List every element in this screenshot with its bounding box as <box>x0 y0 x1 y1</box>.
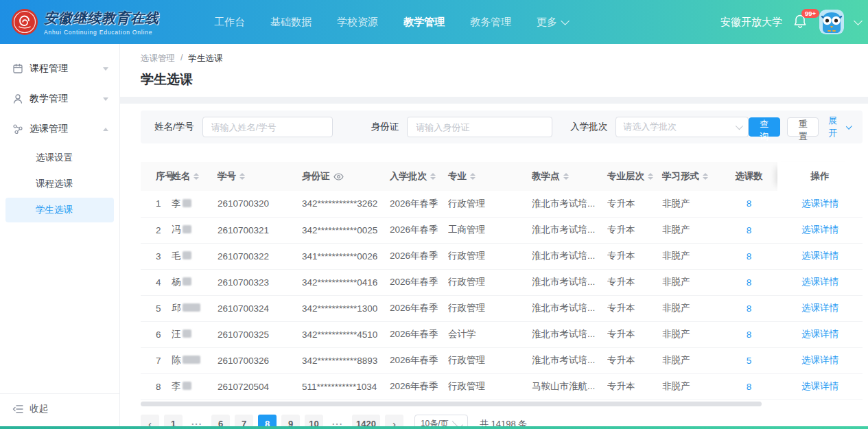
cell-batch: 2026年春季 <box>390 347 448 373</box>
header-right-cluster: 安徽开放大学 99+ <box>720 10 861 34</box>
sidebar-item-teaching-management[interactable]: 教学管理 <box>0 84 119 114</box>
sidebar-item-selection-settings[interactable]: 选课设置 <box>5 146 114 170</box>
nav-item-teaching-management[interactable]: 教学管理 <box>403 16 445 29</box>
course-count-link[interactable]: 8 <box>747 382 752 392</box>
course-detail-link[interactable]: 选课详情 <box>801 381 838 391</box>
page-number-button[interactable]: 7 <box>235 415 253 427</box>
course-count-link[interactable]: 8 <box>747 277 752 288</box>
col-index: 序号 <box>141 162 172 191</box>
course-detail-link[interactable]: 选课详情 <box>801 251 838 261</box>
main-content: 选课管理 / 学生选课 学生选课 姓名/学号 身份证 入学批次 请选入学批次 查 <box>120 44 868 426</box>
cell-batch: 2026年春季 <box>390 321 448 347</box>
page-number-button[interactable]: 10 <box>305 415 323 427</box>
page-number-button[interactable]: ··· <box>187 415 207 427</box>
sort-icon[interactable] <box>430 173 436 180</box>
nav-item-academic-management[interactable]: 教务管理 <box>470 16 511 29</box>
cell-name: 毛 <box>172 243 218 269</box>
name-search-input[interactable] <box>202 117 333 137</box>
course-count-link[interactable]: 8 <box>747 251 752 262</box>
col-major[interactable]: 专业 <box>448 162 532 191</box>
sort-icon[interactable] <box>239 173 245 180</box>
cell-student-id: 2610720504 <box>218 373 302 399</box>
sort-icon[interactable] <box>193 173 199 180</box>
horizontal-scrollbar[interactable] <box>141 402 863 406</box>
chevron-down-icon <box>451 417 462 426</box>
course-count-link[interactable]: 8 <box>747 198 752 209</box>
cell-name: 李 <box>172 373 218 399</box>
cell-student-id: 2610700325 <box>218 321 302 347</box>
nav-item-workbench[interactable]: 工作台 <box>214 16 245 29</box>
sidebar-item-course-selection-management[interactable]: 选课管理 <box>0 114 119 144</box>
course-detail-link[interactable]: 选课详情 <box>801 355 838 365</box>
redacted-name-block <box>183 356 200 364</box>
page-number-button[interactable]: 1 <box>164 415 183 427</box>
cell-name: 汪 <box>172 321 218 347</box>
scrollbar-thumb[interactable] <box>141 402 762 406</box>
nav-item-basic-data[interactable]: 基础数据 <box>270 16 312 29</box>
sort-icon[interactable] <box>470 173 476 180</box>
cell-site: 淮北市考试培... <box>532 321 607 347</box>
nav-item-more[interactable]: 更多 <box>537 16 567 29</box>
cell-student-id: 2610700323 <box>218 269 302 295</box>
user-avatar[interactable] <box>819 10 844 34</box>
sort-icon[interactable] <box>563 173 569 180</box>
col-level[interactable]: 专业层次 <box>607 162 662 191</box>
next-page-button[interactable]: › <box>385 415 403 427</box>
app-logo[interactable]: 安徽继续教育在线 Anhui Continuing Education Onli… <box>11 8 159 36</box>
user-menu-chevron-icon[interactable] <box>854 16 863 25</box>
redacted-name-block <box>183 329 191 338</box>
page-number-button[interactable]: 1420 <box>352 415 380 427</box>
breadcrumb: 选课管理 / 学生选课 <box>141 53 847 65</box>
sidebar-item-student-selection[interactable]: 学生选课 <box>5 198 114 222</box>
nav-item-school-resources[interactable]: 学校资源 <box>337 16 378 29</box>
batch-select[interactable]: 请选入学批次 <box>615 117 748 137</box>
sidebar-item-course-selection[interactable]: 课程选课 <box>5 172 114 196</box>
course-detail-link[interactable]: 选课详情 <box>801 329 838 339</box>
cell-level: 专升本 <box>607 269 662 295</box>
cell-study-form: 非脱产 <box>662 191 720 217</box>
cell-level: 专升本 <box>607 295 662 321</box>
expand-filters-link[interactable]: 展开 <box>828 115 850 139</box>
share-icon <box>12 124 23 135</box>
page-number-button[interactable]: 8 <box>258 415 277 427</box>
course-detail-link[interactable]: 选课详情 <box>801 303 838 313</box>
cell-site: 淮北市考试培... <box>532 347 607 373</box>
page-number-button[interactable]: ··· <box>328 415 347 427</box>
batch-select-placeholder: 请选入学批次 <box>623 121 735 133</box>
notification-bell[interactable]: 99+ <box>793 14 808 30</box>
idcard-search-input[interactable] <box>407 117 552 137</box>
prev-page-button[interactable]: ‹ <box>141 415 159 427</box>
sort-icon[interactable] <box>648 173 653 180</box>
breadcrumb-separator: / <box>180 53 183 65</box>
col-name[interactable]: 姓名 <box>172 162 218 191</box>
search-button[interactable]: 查询 <box>749 117 780 137</box>
page-title: 学生选课 <box>141 71 847 89</box>
sidebar-collapse-button[interactable]: 收起 <box>0 393 119 424</box>
col-student-id[interactable]: 学号 <box>218 162 302 191</box>
course-count-link[interactable]: 8 <box>747 225 752 235</box>
col-batch[interactable]: 入学批次 <box>390 162 448 191</box>
course-count-link[interactable]: 5 <box>747 356 752 366</box>
sort-icon[interactable] <box>703 173 708 180</box>
page-number-button[interactable]: 6 <box>211 415 230 427</box>
course-count-link[interactable]: 8 <box>747 303 752 314</box>
org-name[interactable]: 安徽开放大学 <box>720 16 782 29</box>
cell-level: 专升本 <box>607 191 662 217</box>
sidebar-item-course-management[interactable]: 课程管理 <box>0 54 119 84</box>
course-detail-link[interactable]: 选课详情 <box>801 277 838 287</box>
redacted-name-block <box>183 303 200 312</box>
course-detail-link[interactable]: 选课详情 <box>801 224 838 235</box>
course-detail-link[interactable]: 选课详情 <box>801 198 838 209</box>
col-site[interactable]: 教学点 <box>532 162 607 191</box>
cell-name: 李 <box>172 191 218 217</box>
course-count-link[interactable]: 8 <box>747 329 752 340</box>
cell-level: 专升本 <box>607 321 662 347</box>
page-size-select[interactable]: 10条/页 <box>414 415 468 427</box>
chevron-down-icon <box>103 97 108 101</box>
col-study-form[interactable]: 学习形式 <box>662 162 720 191</box>
breadcrumb-parent[interactable]: 选课管理 <box>141 53 175 65</box>
page-number-button[interactable]: 9 <box>281 415 300 427</box>
reset-button[interactable]: 重置 <box>787 117 819 137</box>
nav-more-label: 更多 <box>537 16 557 29</box>
eye-icon[interactable] <box>333 173 344 181</box>
